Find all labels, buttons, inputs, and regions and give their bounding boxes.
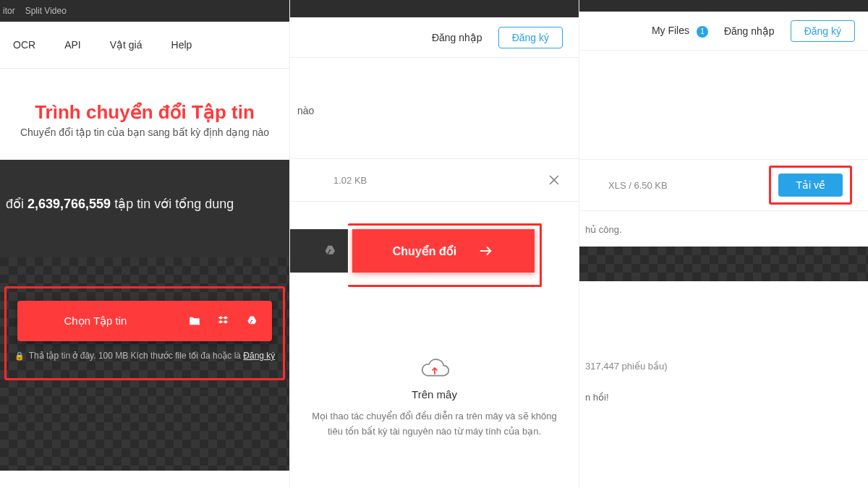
cloud-upload-icon <box>420 358 450 381</box>
top-strip <box>290 0 579 17</box>
checker-strip <box>579 247 868 281</box>
menu-item-ocr[interactable]: OCR <box>13 39 35 51</box>
hero: Trình chuyển đổi Tập tin Chuyển đổi tập … <box>0 69 289 138</box>
file-card: 1.02 KB <box>290 158 579 202</box>
top-strip <box>579 0 868 12</box>
lock-icon: 🔒 <box>14 351 25 360</box>
browse-files-icon[interactable] <box>188 314 201 328</box>
result-meta: XLS / 6.50 KB <box>608 180 668 191</box>
cloud-description: Mọi thao tác chuyển đổi đều diễn ra trên… <box>312 409 557 440</box>
cloud-info: Trên mây Mọi thao tác chuyển đổi đều diễ… <box>290 358 579 440</box>
upload-area: đổi 2,639,766,559 tập tin với tổng dung … <box>0 160 289 471</box>
panel-step2: Đăng nhập Đăng ký nào 1.02 KB Chuyển đổi <box>289 0 579 488</box>
topbar-link-editor[interactable]: itor <box>3 6 15 16</box>
text-fragment: n hồi! <box>579 372 868 403</box>
highlight-frame: Tải về <box>769 166 852 205</box>
auth-bar: Đăng nhập Đăng ký <box>290 17 579 58</box>
download-button[interactable]: Tải về <box>778 174 843 197</box>
hero-subtitle: Chuyển đổi tập tin của bạn sang bất kỳ đ… <box>0 127 289 138</box>
login-link[interactable]: Đăng nhập <box>724 25 775 37</box>
signup-link[interactable]: Đăng ký <box>243 351 275 361</box>
cloud-title: Trên mây <box>312 388 557 401</box>
choose-file-button[interactable]: Chọn Tập tin <box>17 314 188 328</box>
menu-item-pricing[interactable]: Vật giá <box>110 39 142 51</box>
panel-step3: My Files 1 Đăng nhập Đăng ký XLS / 6.50 … <box>579 0 868 488</box>
votes-text: 317,447 phiếu bầu) <box>579 281 868 372</box>
register-button[interactable]: Đăng ký <box>791 20 855 42</box>
stats-text: đổi 2,639,766,559 tập tin với tổng dung <box>0 160 289 212</box>
dropbox-icon[interactable] <box>217 314 230 328</box>
text-fragment: hủ công. <box>579 211 868 235</box>
login-link[interactable]: Đăng nhập <box>432 32 482 43</box>
main-menu: OCR API Vật giá Help <box>0 22 289 69</box>
drop-hint: 🔒 Thả tập tin ở đây. 100 MB Kích thước f… <box>0 351 289 361</box>
result-row: XLS / 6.50 KB Tải về <box>579 159 868 211</box>
register-button[interactable]: Đăng ký <box>498 27 563 48</box>
files-count-badge: 1 <box>697 26 708 38</box>
source-strip <box>290 229 348 273</box>
panel-step1: itor Split Video OCR API Vật giá Help Tr… <box>0 0 289 488</box>
menu-item-help[interactable]: Help <box>171 39 192 51</box>
convert-button[interactable]: Chuyển đổi <box>352 229 535 273</box>
my-files-link[interactable]: My Files 1 <box>652 25 708 38</box>
menu-item-api[interactable]: API <box>64 39 81 51</box>
stats-number: 2,639,766,559 <box>27 197 111 211</box>
arrow-right-icon <box>478 243 494 259</box>
google-drive-icon[interactable] <box>323 244 338 258</box>
topbar-link-split-video[interactable]: Split Video <box>25 6 67 16</box>
text-fragment: nào <box>290 58 579 116</box>
hero-title: Trình chuyển đổi Tập tin <box>0 101 289 124</box>
google-drive-icon[interactable] <box>246 314 259 328</box>
top-bar: itor Split Video <box>0 0 289 22</box>
convert-button-label: Chuyển đổi <box>393 244 456 258</box>
choose-file-button-group: Chọn Tập tin <box>17 301 272 341</box>
remove-file-button[interactable] <box>548 174 560 186</box>
file-size: 1.02 KB <box>333 175 367 186</box>
header-bar: My Files 1 Đăng nhập Đăng ký <box>579 12 868 51</box>
